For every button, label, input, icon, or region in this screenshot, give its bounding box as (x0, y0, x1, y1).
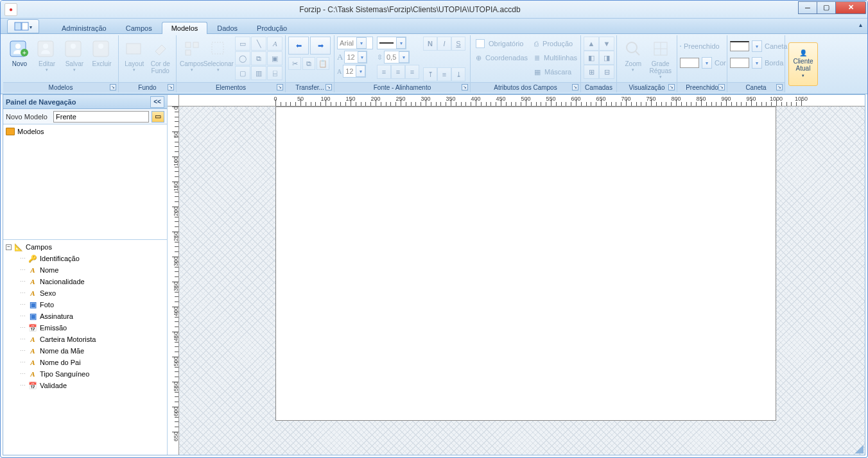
campos-item[interactable]: ⋯▣Foto (6, 299, 164, 310)
tool-image-icon[interactable]: ▣ (267, 51, 282, 65)
minimize-button[interactable]: ─ (798, 1, 817, 14)
tool-text-icon[interactable]: A (267, 37, 282, 51)
novo-modelo-input[interactable] (53, 111, 149, 123)
modelos-launcher-icon[interactable]: ↘ (110, 84, 116, 90)
multiline-icon: ≣ (534, 54, 540, 62)
tool-rrect-icon[interactable]: ▢ (235, 66, 250, 80)
ribbon-group-modelos: + Novo Editar ▾ Salvar ▾ Excluir Modelos… (3, 35, 119, 92)
campos-item[interactable]: ⋯ANome (6, 264, 164, 276)
ribbon-collapse-chevron[interactable]: ▴ (859, 21, 862, 28)
modelos-tree-root[interactable]: Modelos (6, 126, 164, 137)
underline-button[interactable]: S (451, 37, 465, 51)
align-left-button[interactable]: ≡ (377, 65, 391, 79)
novo-modelo-add-button[interactable]: ▭ (152, 111, 164, 123)
layer-back-button[interactable]: ◨ (599, 51, 614, 65)
valign-bottom-button[interactable]: ⤓ (451, 67, 465, 81)
campos-item[interactable]: ⋯🔑Identificação (6, 253, 164, 264)
spacing-select[interactable]: 0,5▾ (384, 51, 410, 64)
novo-button[interactable]: + Novo (6, 37, 33, 80)
tab-modelos[interactable]: Modelos (162, 22, 208, 34)
cut-button[interactable]: ✂ (288, 57, 301, 70)
campos-item[interactable]: ⋯ANome da Mãe (6, 345, 164, 357)
layer-up-button[interactable]: ▲ (584, 37, 599, 51)
borda-select[interactable]: ▾Borda (730, 56, 783, 70)
maximize-button[interactable]: ▢ (817, 1, 836, 14)
undo-button[interactable]: ⬅ (288, 37, 309, 55)
obrigatorio-checkbox[interactable]: Obrigatório (473, 37, 530, 51)
close-button[interactable]: ✕ (835, 1, 866, 14)
font-size-a-select[interactable]: 12▾ (344, 51, 367, 64)
visualizacao-launcher-icon[interactable]: ↘ (668, 84, 675, 90)
transferencia-launcher-icon[interactable]: ↘ (326, 84, 332, 90)
resize-grip-icon[interactable] (855, 445, 864, 454)
cor-de-fundo-button[interactable]: Cor de Fundo (148, 37, 174, 80)
font-name-select[interactable]: Arial▾ (337, 37, 373, 49)
font-size-b-select[interactable]: 12▾ (343, 65, 366, 78)
caneta-select[interactable]: ▾Caneta (730, 39, 787, 53)
campos-item[interactable]: ⋯ANome do Pai (6, 357, 164, 368)
coordenadas-button[interactable]: ⊕Coordenadas (473, 51, 530, 65)
tab-producao[interactable]: Produção (247, 22, 297, 34)
paste-button[interactable]: 📋 (317, 57, 329, 70)
copy-button[interactable]: ⧉ (302, 57, 315, 70)
line-weight-select[interactable]: ▾ (377, 37, 406, 49)
tool-crop-icon[interactable]: ⧉ (251, 51, 266, 65)
tab-administracao[interactable]: Administração (52, 22, 116, 34)
layout-button[interactable]: Layout ▾ (121, 37, 148, 80)
align-right-button[interactable]: ≡ (405, 65, 419, 79)
arrow-left-icon: ⬅ (296, 42, 302, 50)
tool-rect-icon[interactable]: ▭ (235, 37, 250, 51)
campos-item[interactable]: ⋯ANacionalidade (6, 276, 164, 287)
layer-front-button[interactable]: ◧ (584, 51, 599, 65)
atributos-launcher-icon[interactable]: ↘ (572, 84, 578, 90)
tab-dados[interactable]: Dados (207, 22, 247, 34)
tool-ellipse-icon[interactable]: ◯ (235, 51, 250, 65)
campos-item[interactable]: ⋯📅Validade (6, 380, 164, 391)
layer-group-button[interactable]: ⊞ (584, 65, 599, 79)
tool-line-icon[interactable]: ╲ (251, 37, 266, 51)
model-card[interactable] (275, 106, 776, 421)
tool-db-icon[interactable]: ⌸ (267, 66, 282, 80)
campos-button[interactable]: Campos ▾ (179, 37, 204, 80)
svg-text:▾: ▾ (30, 24, 32, 30)
mascara-button[interactable]: ▦Máscara (532, 65, 580, 79)
vertical-ruler: 050100150200250300350400450500550600650 (168, 106, 179, 455)
fundo-launcher-icon[interactable]: ↘ (168, 84, 174, 90)
zoom-button[interactable]: Zoom ▾ (620, 37, 647, 80)
valign-top-button[interactable]: ⤒ (423, 67, 437, 81)
canvas-stage[interactable] (179, 106, 865, 455)
selecionar-button[interactable]: Selecionar ▾ (204, 37, 232, 80)
cliente-atual-button[interactable]: 👤 Cliente Atual ▾ (788, 42, 818, 86)
campos-item[interactable]: ⋯ASexo (6, 287, 164, 299)
campos-item[interactable]: ⋯ATipo Sanguíneo (6, 368, 164, 380)
producao-button[interactable]: ⎙Produção (532, 37, 580, 51)
italic-button[interactable]: I (437, 37, 451, 51)
multilinhas-button[interactable]: ≣Multilinhas (532, 51, 580, 65)
caneta-launcher-icon[interactable]: ↘ (776, 84, 783, 90)
align-center-button[interactable]: ≡ (391, 65, 405, 79)
app-menu-button[interactable]: ▾ (7, 19, 39, 33)
preenchido-launcher-icon[interactable]: ↘ (718, 84, 725, 90)
tree-collapse-icon[interactable]: − (6, 244, 12, 250)
campos-tree-root[interactable]: − 📐 Campos (6, 241, 164, 253)
layer-ungroup-button[interactable]: ⊟ (599, 65, 614, 79)
tool-barcode-icon[interactable]: ▥ (251, 66, 266, 80)
bold-button[interactable]: N (423, 37, 437, 51)
editar-button[interactable]: Editar ▾ (33, 37, 61, 80)
campos-item[interactable]: ⋯ACarteira Motorista (6, 334, 164, 345)
tab-campos[interactable]: Campos (116, 22, 162, 34)
fonte-launcher-icon[interactable]: ↘ (462, 84, 468, 90)
panel-collapse-button[interactable]: << (150, 96, 164, 108)
layer-down-button[interactable]: ▼ (599, 37, 614, 51)
grade-reguas-button[interactable]: Grade Réguas ▾ (647, 37, 675, 80)
elementos-launcher-icon[interactable]: ↘ (277, 84, 283, 90)
salvar-button[interactable]: Salvar ▾ (61, 37, 89, 80)
cor-select[interactable]: ▾Cor (680, 56, 726, 70)
campos-item[interactable]: ⋯▣Assinatura (6, 310, 164, 322)
redo-button[interactable]: ➡ (310, 37, 331, 55)
excluir-button[interactable]: Excluir (88, 37, 116, 80)
preenchido-checkbox[interactable]: Preenchido (680, 39, 720, 53)
line-swatch-icon (730, 41, 749, 51)
valign-middle-button[interactable]: ≡ (437, 67, 451, 81)
campos-item[interactable]: ⋯📅Emissão (6, 322, 164, 334)
